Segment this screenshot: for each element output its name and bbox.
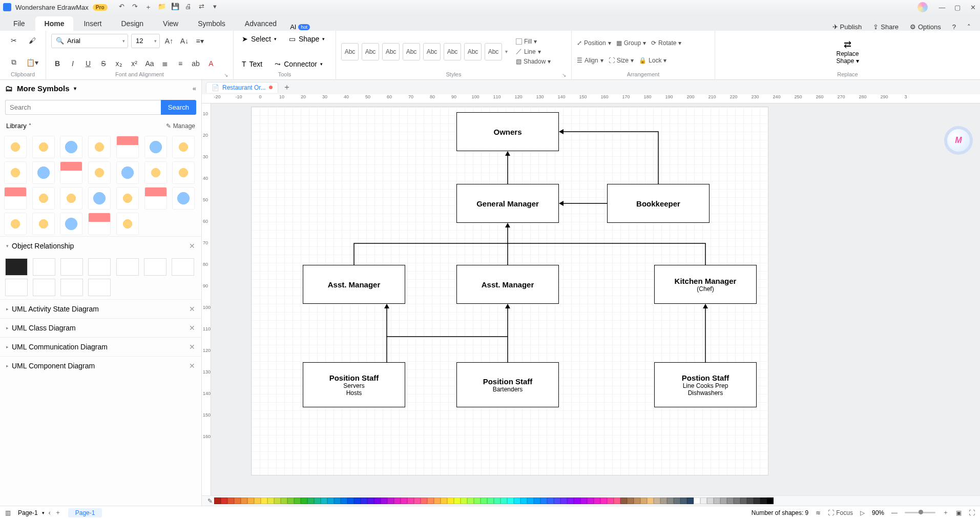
font-color-button[interactable]: A: [205, 57, 217, 70]
collapse-ribbon-button[interactable]: ˄: [962, 23, 976, 31]
align-button[interactable]: ☰ Align ▾: [577, 57, 603, 64]
decrease-font-icon[interactable]: A↓: [178, 35, 191, 47]
palette-color[interactable]: [494, 497, 501, 504]
eyedropper-icon[interactable]: ✎: [206, 497, 214, 505]
palette-color[interactable]: [600, 497, 607, 504]
export-icon[interactable]: ⇄: [198, 3, 206, 12]
text-tool[interactable]: T Text: [239, 58, 265, 70]
palette-color[interactable]: [667, 497, 674, 504]
bullets-button[interactable]: ≡: [174, 57, 186, 70]
layers-icon[interactable]: ≋: [816, 509, 821, 516]
palette-color[interactable]: [560, 497, 567, 504]
qat-more-icon[interactable]: ▾: [211, 3, 219, 12]
close-icon[interactable]: ✕: [189, 305, 195, 313]
palette-color[interactable]: [387, 497, 394, 504]
fill-button[interactable]: Fill ▾: [516, 38, 551, 45]
symbol-thumb[interactable]: [60, 161, 82, 184]
symbol-thumb[interactable]: [172, 136, 195, 158]
palette-color[interactable]: [434, 497, 441, 504]
palette-color[interactable]: [574, 497, 580, 504]
symbol-thumb[interactable]: [116, 258, 139, 276]
org-node[interactable]: Owners: [456, 112, 559, 151]
palette-color[interactable]: [660, 497, 667, 504]
expand-icon[interactable]: ↘: [562, 72, 566, 78]
palette-color[interactable]: [314, 497, 321, 504]
palette-color[interactable]: [514, 497, 520, 504]
symbol-search-input[interactable]: [5, 100, 161, 115]
underline-button[interactable]: U: [82, 57, 94, 70]
symbol-thumb[interactable]: [116, 161, 139, 184]
palette-color[interactable]: [247, 497, 254, 504]
palette-color[interactable]: [307, 497, 314, 504]
style-swatch[interactable]: Abc: [341, 43, 359, 60]
strike-button[interactable]: S: [97, 57, 110, 70]
symbol-thumb[interactable]: [172, 258, 194, 276]
close-button[interactable]: ✕: [969, 4, 977, 11]
open-icon[interactable]: 📁: [158, 3, 166, 12]
zoom-out-button[interactable]: —: [891, 509, 898, 516]
palette-color[interactable]: [587, 497, 594, 504]
symbol-thumb[interactable]: [5, 279, 28, 296]
align-dropdown-icon[interactable]: ≡▾: [194, 35, 206, 47]
superscript-button[interactable]: x²: [128, 57, 140, 70]
styles-more-icon[interactable]: ▾: [505, 49, 508, 54]
palette-color[interactable]: [554, 497, 560, 504]
close-icon[interactable]: ✕: [189, 362, 195, 370]
new-icon[interactable]: ＋: [144, 3, 153, 12]
category-row[interactable]: ▸UML Component Diagram✕: [0, 356, 201, 375]
palette-color[interactable]: [474, 497, 481, 504]
case-button[interactable]: Aa: [143, 57, 156, 70]
fit-page-icon[interactable]: ▣: [956, 509, 962, 516]
document-tab[interactable]: 📄 Restaurant Or...: [206, 82, 278, 93]
replace-shape-icon[interactable]: ⇄: [844, 39, 851, 50]
symbol-thumb[interactable]: [172, 187, 195, 210]
symbol-thumb[interactable]: [60, 258, 83, 276]
palette-color[interactable]: [580, 497, 587, 504]
org-node[interactable]: Asst. Manager: [456, 265, 559, 304]
rotate-button[interactable]: ⟳ Rotate ▾: [651, 39, 681, 47]
active-page-tab[interactable]: Page-1: [68, 508, 102, 517]
play-icon[interactable]: ▷: [860, 509, 865, 516]
symbol-thumb[interactable]: [32, 136, 55, 158]
palette-color[interactable]: [347, 497, 354, 504]
palette-color[interactable]: [301, 497, 307, 504]
symbol-thumb[interactable]: [144, 187, 167, 210]
user-avatar-icon[interactable]: [918, 2, 928, 12]
fullscreen-icon[interactable]: ⛶: [969, 509, 975, 516]
redo-icon[interactable]: ↷: [131, 3, 139, 12]
copy-icon[interactable]: ⧉: [8, 56, 20, 69]
palette-color[interactable]: [294, 497, 301, 504]
zoom-slider[interactable]: [905, 512, 935, 513]
symbol-thumb[interactable]: [88, 258, 111, 276]
symbol-thumb[interactable]: [32, 187, 55, 210]
palette-color[interactable]: [714, 497, 720, 504]
symbol-thumb[interactable]: [116, 187, 139, 210]
shadow-button[interactable]: ▧Shadow ▾: [516, 58, 551, 65]
symbol-thumb[interactable]: [88, 136, 111, 158]
maximize-button[interactable]: ▢: [953, 4, 962, 11]
symbol-thumb[interactable]: [88, 187, 111, 210]
symbol-thumb[interactable]: [60, 187, 82, 210]
symbol-search-button[interactable]: Search: [161, 100, 196, 115]
line-spacing-button[interactable]: ≣: [159, 57, 171, 70]
symbol-thumb[interactable]: [144, 161, 167, 184]
palette-color[interactable]: [361, 497, 367, 504]
help-button[interactable]: ?: [947, 23, 961, 31]
palette-color[interactable]: [447, 497, 454, 504]
lock-button[interactable]: 🔒 Lock ▾: [639, 57, 666, 64]
tab-advanced[interactable]: Advanced: [236, 16, 286, 31]
library-collapse-icon[interactable]: ˄: [29, 123, 31, 129]
palette-color[interactable]: [414, 497, 421, 504]
org-node[interactable]: Postion StaffLine Cooks PrepDishwashers: [654, 362, 757, 407]
symbol-thumb[interactable]: [60, 136, 82, 158]
palette-color[interactable]: [520, 497, 527, 504]
palette-color[interactable]: [327, 497, 334, 504]
org-node[interactable]: Position StaffBartenders: [456, 362, 559, 407]
symbol-thumb[interactable]: [88, 279, 111, 296]
category-object-relationship[interactable]: ▾ Object Relationship ✕: [0, 236, 201, 255]
palette-color[interactable]: [394, 497, 401, 504]
symbol-thumb[interactable]: [4, 187, 27, 210]
tab-file[interactable]: File: [4, 16, 34, 31]
palette-color[interactable]: [547, 497, 554, 504]
style-swatch[interactable]: Abc: [403, 43, 420, 60]
